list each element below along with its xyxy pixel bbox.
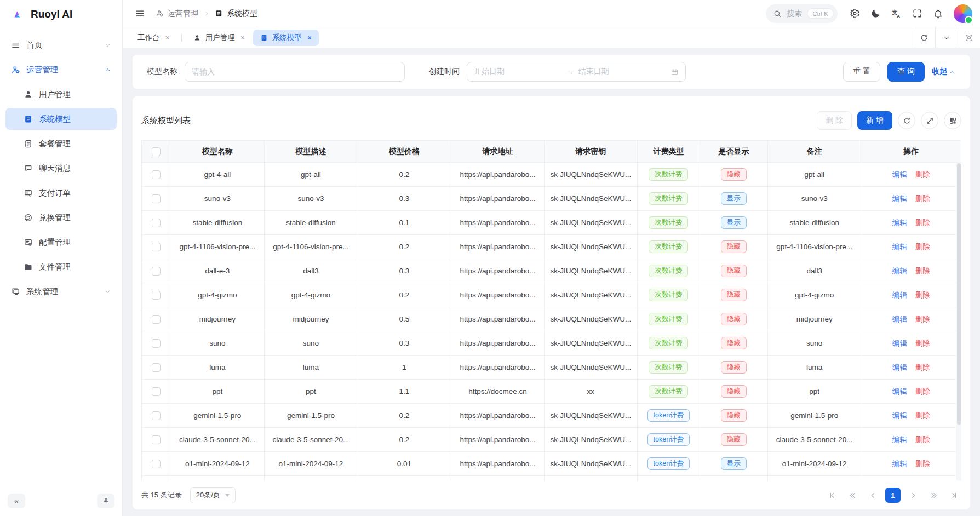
bell-button[interactable] <box>929 4 947 23</box>
settings-button[interactable] <box>845 4 864 23</box>
row-checkbox[interactable] <box>152 339 161 348</box>
delete-link[interactable]: 删除 <box>915 194 930 203</box>
edit-link[interactable]: 编辑 <box>892 315 907 323</box>
row-checkbox[interactable] <box>152 387 161 396</box>
page-size-select[interactable]: 20条/页 <box>190 487 236 503</box>
sidebar-toggle-button[interactable] <box>130 4 149 23</box>
edit-link[interactable]: 编辑 <box>892 267 907 275</box>
global-search[interactable]: 搜索 Ctrl K <box>766 4 838 23</box>
user-avatar[interactable] <box>954 4 972 23</box>
pagination-prev-jump-button[interactable] <box>845 488 860 503</box>
sidebar-item-chat-messages[interactable]: 聊天消息 <box>5 157 117 179</box>
row-checkbox[interactable] <box>152 363 161 372</box>
sidebar-pin-button[interactable] <box>97 494 114 508</box>
sidebar-item-package-mgmt[interactable]: 套餐管理 <box>5 133 117 154</box>
tab-close-icon[interactable]: × <box>165 34 170 42</box>
pagination-page-1[interactable]: 1 <box>885 488 901 503</box>
row-checkbox[interactable] <box>152 460 161 468</box>
date-start-input[interactable]: 开始日期 <box>474 67 562 77</box>
row-checkbox[interactable] <box>152 219 161 227</box>
sidebar-item-payment-orders[interactable]: 支付订单 <box>5 182 117 204</box>
edit-link[interactable]: 编辑 <box>892 387 907 395</box>
delete-link[interactable]: 删除 <box>915 219 930 227</box>
tab-工作台[interactable]: 工作台× <box>130 30 177 46</box>
delete-link[interactable]: 删除 <box>915 363 930 371</box>
sidebar-item-user-mgmt[interactable]: 用户管理 <box>5 83 117 105</box>
tab-close-icon[interactable]: × <box>307 34 312 42</box>
date-end-input[interactable]: 结束日期 <box>578 67 667 77</box>
visibility-tag: 隐藏 <box>721 361 747 374</box>
tabbar-chevron-down-button[interactable] <box>935 27 958 48</box>
row-checkbox[interactable] <box>152 291 161 300</box>
row-checkbox[interactable] <box>152 267 161 276</box>
model-name-input[interactable] <box>185 62 405 82</box>
tabbar-refresh-button[interactable] <box>913 27 935 48</box>
moon-button[interactable] <box>866 4 885 23</box>
delete-link[interactable]: 删除 <box>915 170 930 179</box>
edit-link[interactable]: 编辑 <box>892 219 907 227</box>
row-checkbox[interactable] <box>152 315 161 324</box>
breadcrumb-operations[interactable]: 运营管理 <box>156 9 198 19</box>
pagination-next-button[interactable] <box>906 488 921 503</box>
row-checkbox[interactable] <box>152 411 161 420</box>
edit-link[interactable]: 编辑 <box>892 339 907 347</box>
edit-link[interactable]: 编辑 <box>892 460 907 468</box>
row-checkbox[interactable] <box>152 170 161 179</box>
delete-button[interactable]: 删 除 <box>817 111 852 130</box>
row-checkbox[interactable] <box>152 435 161 444</box>
pagination-prev-button[interactable] <box>865 488 880 503</box>
search-button[interactable]: 查 询 <box>887 62 925 82</box>
delete-link[interactable]: 删除 <box>915 243 930 251</box>
table-column-settings-button[interactable] <box>944 112 961 129</box>
delete-link[interactable]: 删除 <box>915 267 930 275</box>
pagination-last-button[interactable] <box>946 488 961 503</box>
row-checkbox[interactable] <box>152 243 161 251</box>
edit-link[interactable]: 编辑 <box>892 194 907 203</box>
sidebar-item-redeem-mgmt[interactable]: 兑换管理 <box>5 207 117 228</box>
collapse-filter-link[interactable]: 收起 <box>932 67 956 77</box>
sidebar-item-home[interactable]: 首页 <box>5 34 117 56</box>
delete-link[interactable]: 删除 <box>915 315 930 323</box>
tab-label: 工作台 <box>137 33 160 43</box>
delete-link[interactable]: 删除 <box>915 435 930 444</box>
delete-link[interactable]: 删除 <box>915 339 930 347</box>
add-button[interactable]: 新 增 <box>857 111 892 130</box>
translate-button[interactable]: 文A <box>887 4 906 23</box>
edit-link[interactable]: 编辑 <box>892 435 907 444</box>
delete-link[interactable]: 删除 <box>915 387 930 395</box>
table-refresh-button[interactable] <box>898 112 915 129</box>
cell-model-price: 0.2 <box>357 235 451 259</box>
edit-link[interactable]: 编辑 <box>892 363 907 371</box>
edit-link[interactable]: 编辑 <box>892 291 907 299</box>
tab-用户管理[interactable]: 用户管理× <box>186 30 252 46</box>
sidebar-item-system-mgmt[interactable]: 系统管理 <box>5 280 117 302</box>
folder-icon <box>24 262 33 272</box>
delete-link[interactable]: 删除 <box>915 291 930 299</box>
cell-model-price: 0.5 <box>357 307 451 331</box>
reset-button[interactable]: 重 置 <box>843 62 880 82</box>
sidebar-item-operations[interactable]: 运营管理 <box>5 59 117 81</box>
table-vertical-scrollbar[interactable] <box>956 162 961 481</box>
sidebar-item-file-mgmt[interactable]: 文件管理 <box>5 256 117 278</box>
delete-link[interactable]: 删除 <box>915 411 930 420</box>
table-expand-button[interactable] <box>921 112 938 129</box>
row-checkbox[interactable] <box>152 194 161 203</box>
edit-link[interactable]: 编辑 <box>892 411 907 420</box>
app-logo[interactable]: Ruoyi AI <box>0 0 122 28</box>
sidebar-collapse-button[interactable]: « <box>8 494 25 508</box>
create-time-range-picker[interactable]: 开始日期 → 结束日期 <box>467 62 686 82</box>
sidebar-item-system-model[interactable]: 系统模型 <box>5 108 117 130</box>
select-all-checkbox[interactable] <box>152 147 161 156</box>
edit-link[interactable]: 编辑 <box>892 243 907 251</box>
sidebar-item-config-mgmt[interactable]: 配置管理 <box>5 231 117 253</box>
tabbar-content-fullscreen-button[interactable] <box>958 27 980 48</box>
pagination-next-jump-button[interactable] <box>926 488 941 503</box>
tab-系统模型[interactable]: 系统模型× <box>253 30 319 46</box>
sidebar-footer: « <box>0 488 122 516</box>
delete-link[interactable]: 删除 <box>915 460 930 468</box>
fullscreen-button[interactable] <box>908 4 926 23</box>
edit-link[interactable]: 编辑 <box>892 170 907 179</box>
pagination-first-button[interactable] <box>824 488 840 503</box>
scrollbar-thumb[interactable] <box>957 163 961 425</box>
tab-close-icon[interactable]: × <box>240 34 245 42</box>
